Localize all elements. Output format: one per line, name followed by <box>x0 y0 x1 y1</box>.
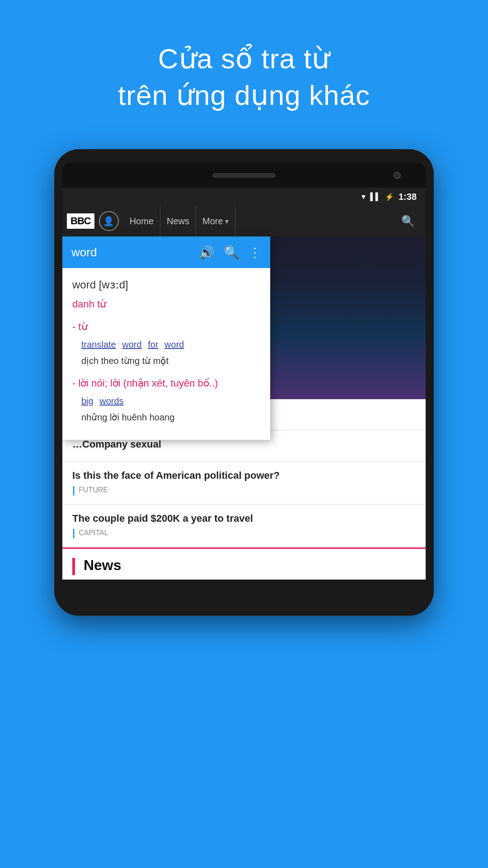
news-section-bar <box>72 558 75 575</box>
bbc-navbar: BBC 👤 Home News More ▾ 🔍 <box>62 206 426 236</box>
dict-link-big[interactable]: big <box>81 396 94 406</box>
dict-search-word: word <box>71 245 190 259</box>
news-item-3[interactable]: Is this the face of American political p… <box>62 462 426 505</box>
news-item-title-3: Is this the face of American political p… <box>72 470 416 481</box>
bbc-nav-links: Home News More ▾ <box>123 206 395 236</box>
nav-more[interactable]: More ▾ <box>196 206 235 236</box>
news-item-title-2: …Company sexual <box>72 439 416 450</box>
header-section: Cửa sổ tra từ trên ứng dụng khác <box>0 0 488 141</box>
nav-home[interactable]: Home <box>123 206 160 236</box>
dict-def-1: từ <box>78 321 87 332</box>
dict-def-2: lời nói; lời (nhận xét, tuyên bố..) <box>78 377 218 389</box>
dict-example-text-1: dịch theo từng từ một <box>81 354 260 368</box>
chevron-down-icon: ▾ <box>225 217 229 226</box>
phone-camera <box>394 172 401 179</box>
dict-example-links-1: translate word for word <box>81 337 260 352</box>
wifi-icon: ▾ <box>361 192 366 202</box>
dict-entry-2: - lời nói; lời (nhận xét, tuyên bố..) bi… <box>72 375 260 425</box>
dict-header: word 🔊 🔍 ⋮ <box>62 236 270 268</box>
dict-link-translate[interactable]: translate <box>81 340 116 349</box>
dict-example-text-2: những lời huênh hoang <box>81 410 260 425</box>
phone-bottom <box>62 580 426 602</box>
dict-body: word [wɜːd] danh từ - từ translate word … <box>62 268 270 440</box>
profile-icon: 👤 <box>103 216 114 226</box>
news-section-header: News <box>62 547 426 580</box>
battery-icon: ⚡ <box>385 193 394 201</box>
bbc-profile-icon[interactable]: 👤 <box>99 211 119 231</box>
news-item-cat-3: FUTURE <box>72 484 416 496</box>
bbc-logo: BBC <box>67 213 94 229</box>
dict-more-icon[interactable]: ⋮ <box>249 245 261 260</box>
dictionary-popup: word 🔊 🔍 ⋮ word [wɜːd] danh từ - từ tran… <box>62 236 270 440</box>
dict-phonetic: word [wɜːd] <box>72 276 260 293</box>
dict-dash-2: - <box>72 377 78 389</box>
signal-icon: ▌▌ <box>370 193 380 201</box>
dict-link-words[interactable]: words <box>99 396 123 406</box>
news-section-title-text: News <box>84 557 122 573</box>
dict-entry-1: - từ translate word for word dịch theo t… <box>72 319 260 368</box>
dict-sound-icon[interactable]: 🔊 <box>199 245 215 260</box>
phone-frame: ▾ ▌▌ ⚡ 1:38 BBC 👤 Home News More ▾ <box>54 149 434 616</box>
news-item-title-4: The couple paid $200K a year to travel <box>72 513 416 524</box>
phone-mockup: ▾ ▌▌ ⚡ 1:38 BBC 👤 Home News More ▾ <box>54 149 434 868</box>
news-item-4[interactable]: The couple paid $200K a year to travel C… <box>62 505 426 547</box>
phone-speaker <box>212 173 276 178</box>
nav-search-button[interactable]: 🔍 <box>395 215 421 227</box>
dict-dash-1: - <box>72 321 78 332</box>
status-time: 1:38 <box>399 192 417 202</box>
dict-link-word2[interactable]: word <box>164 340 184 349</box>
nav-news[interactable]: News <box>160 206 196 236</box>
news-item-cat-4: CAPITAL <box>72 527 416 539</box>
dict-link-word1[interactable]: word <box>122 340 141 349</box>
dict-example-links-2: big words <box>81 394 260 408</box>
header-title: Cửa sổ tra từ trên ứng dụng khác <box>0 41 488 113</box>
dict-part-of-speech: danh từ <box>72 296 260 312</box>
status-bar: ▾ ▌▌ ⚡ 1:38 <box>62 188 426 206</box>
phone-screen: ▾ ▌▌ ⚡ 1:38 BBC 👤 Home News More ▾ <box>62 188 426 580</box>
dict-link-for[interactable]: for <box>148 340 158 349</box>
dict-search-icon[interactable]: 🔍 <box>224 245 239 260</box>
phone-top-bar <box>62 163 426 188</box>
